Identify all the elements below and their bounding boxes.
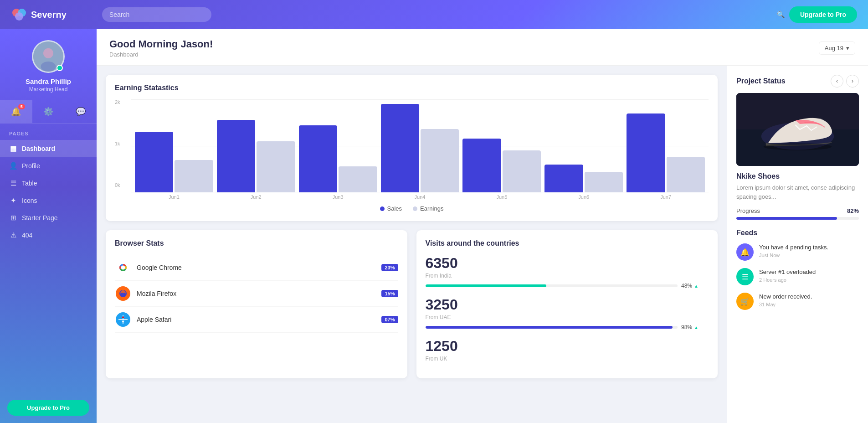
visits-india-pct: 48% ▲ xyxy=(681,283,709,289)
project-status-header: Project Status ‹ › xyxy=(736,75,859,88)
bar-gray-jun7 xyxy=(667,157,705,192)
visits-uk-total: 1250 xyxy=(426,338,709,355)
chrome-icon xyxy=(115,259,131,276)
svg-point-4 xyxy=(43,48,53,58)
sidebar-item-table[interactable]: ☰ Table xyxy=(0,175,97,192)
profile-name: Sandra Phillip xyxy=(26,77,71,85)
x-label-jun4: Jun4 xyxy=(381,194,459,200)
bar-group-jun2 xyxy=(217,99,295,192)
content-area: Earning Statastics 2k 1k 0k xyxy=(97,66,868,423)
notification-badge: 5 xyxy=(18,104,25,109)
svg-point-19 xyxy=(764,143,832,150)
search-wrapper: 🔍 xyxy=(102,7,789,22)
header-left: Good Morning Jason! Dashboard xyxy=(109,38,213,58)
safari-name: Apple Safari xyxy=(137,316,376,323)
sidebar-item-404[interactable]: ⚠ 404 xyxy=(0,227,97,244)
bar-gray-jun3 xyxy=(339,166,377,192)
bar-blue-jun5 xyxy=(462,139,501,192)
sidebar-icon-bar: 🔔 5 ⚙️ 💬 xyxy=(0,100,97,124)
messages-button[interactable]: 💬 xyxy=(64,100,97,123)
nav-arrows: ‹ › xyxy=(831,75,859,88)
x-label-jun7: Jun7 xyxy=(627,194,705,200)
firefox-icon xyxy=(115,285,131,302)
main-header: Good Morning Jason! Dashboard Aug 19 ▾ xyxy=(97,29,868,66)
progress-pct: 82% xyxy=(847,207,859,214)
safari-badge: 07% xyxy=(381,316,398,323)
feed-content-2: New order received. 31 May xyxy=(759,293,859,307)
feed-text-2: New order received. xyxy=(759,293,859,301)
visits-india-bar-row: 48% ▲ xyxy=(426,283,709,289)
profile-icon: 👤 xyxy=(9,162,17,170)
sidebar-item-profile[interactable]: 👤 Profile xyxy=(0,157,97,175)
next-arrow-button[interactable]: › xyxy=(846,75,859,88)
prev-arrow-button[interactable]: ‹ xyxy=(831,75,843,88)
visits-india-sub: From India xyxy=(426,273,709,279)
project-description: Lorem ipsum dolor sit amet, conse adipis… xyxy=(736,183,859,201)
visits-india-pct-value: 48% xyxy=(681,283,692,289)
bar-blue-jun6 xyxy=(544,165,583,192)
sidebar-item-dashboard[interactable]: ▦ Dashboard xyxy=(0,140,97,157)
bar-blue-jun7 xyxy=(627,113,665,192)
x-label-jun5: Jun5 xyxy=(462,194,541,200)
legend-dot-earnings xyxy=(413,206,417,211)
feed-icon-2: 🛒 xyxy=(736,293,754,310)
browser-stats-title: Browser Stats xyxy=(115,239,398,248)
search-input[interactable] xyxy=(102,7,211,22)
x-label-jun1: Jun1 xyxy=(135,194,213,200)
visits-uae-fill xyxy=(426,326,673,329)
breadcrumb: Dashboard xyxy=(109,51,213,58)
error-icon: ⚠ xyxy=(9,231,17,239)
legend-label-sales: Sales xyxy=(387,205,402,212)
x-label-jun3: Jun3 xyxy=(299,194,377,200)
right-panel: Project Status ‹ › xyxy=(727,66,868,423)
bar-groups xyxy=(131,99,709,192)
project-status-title-text: Project Status xyxy=(736,77,786,85)
sidebar-section-title: Pages xyxy=(0,131,97,140)
logo: Severny xyxy=(11,6,102,23)
sidebar: Sandra Phillip Marketing Head 🔔 5 ⚙️ 💬 P… xyxy=(0,29,97,423)
progress-label: Progress xyxy=(736,207,760,214)
arrow-up-icon: ▲ xyxy=(694,284,699,289)
sidebar-label-profile: Profile xyxy=(22,162,40,170)
legend-earnings: Earnings xyxy=(413,205,443,212)
sidebar-item-starter-page[interactable]: ⊞ Starter Page xyxy=(0,209,97,227)
legend-dot-sales xyxy=(380,206,385,211)
bar-group-jun4 xyxy=(381,99,459,192)
feed-content-0: You have 4 pending tasks. Just Now xyxy=(759,243,859,258)
visits-india-total: 6350 xyxy=(426,255,709,272)
visits-uae: 3250 From UAE 98% ▲ xyxy=(426,296,709,330)
sidebar-label-table: Table xyxy=(22,180,37,187)
chevron-down-icon: ▾ xyxy=(846,45,849,52)
bar-group-jun7 xyxy=(627,99,705,192)
date-label: Aug 19 xyxy=(825,45,843,52)
feed-item-2: 🛒 New order received. 31 May xyxy=(736,293,859,310)
upgrade-pro-button[interactable]: Upgrade to Pro xyxy=(789,6,857,23)
sidebar-upgrade-button[interactable]: Upgrade to Pro xyxy=(7,400,89,416)
visits-india: 6350 From India 48% ▲ xyxy=(426,255,709,289)
body-layout: Sandra Phillip Marketing Head 🔔 5 ⚙️ 💬 P… xyxy=(0,29,868,423)
avatar-wrapper xyxy=(32,40,65,73)
project-image xyxy=(736,93,859,166)
visits-uae-total: 3250 xyxy=(426,296,709,313)
chart-area: 2k 1k 0k xyxy=(115,99,709,200)
bar-blue-jun4 xyxy=(381,104,419,192)
visits-uae-track xyxy=(426,326,678,329)
feed-content-1: Server #1 overloaded 2 Hours ago xyxy=(759,268,859,283)
x-axis-labels: Jun1 Jun2 Jun3 Jun4 Jun5 Jun6 Jun7 xyxy=(131,192,709,200)
bar-gray-jun6 xyxy=(585,172,623,192)
settings-button[interactable]: ⚙️ xyxy=(32,100,65,123)
sidebar-item-icons[interactable]: ✦ Icons xyxy=(0,192,97,209)
notifications-button[interactable]: 🔔 5 xyxy=(0,100,32,123)
bar-group-jun5 xyxy=(462,99,541,192)
progress-fill xyxy=(736,217,837,220)
search-button[interactable]: 🔍 xyxy=(777,11,785,18)
sidebar-label-404: 404 xyxy=(22,232,32,239)
feeds-section: Feeds 🔔 You have 4 pending tasks. Just N… xyxy=(736,229,859,310)
chrome-badge: 23% xyxy=(381,264,398,271)
feed-item-1: ☰ Server #1 overloaded 2 Hours ago xyxy=(736,268,859,285)
firefox-name: Mozila Firefox xyxy=(137,290,376,297)
topnav: Severny 🔍 Upgrade to Pro xyxy=(0,0,868,29)
date-selector[interactable]: Aug 19 ▾ xyxy=(819,41,855,55)
starter-page-icon: ⊞ xyxy=(9,214,17,222)
visits-uae-sub: From UAE xyxy=(426,314,709,320)
